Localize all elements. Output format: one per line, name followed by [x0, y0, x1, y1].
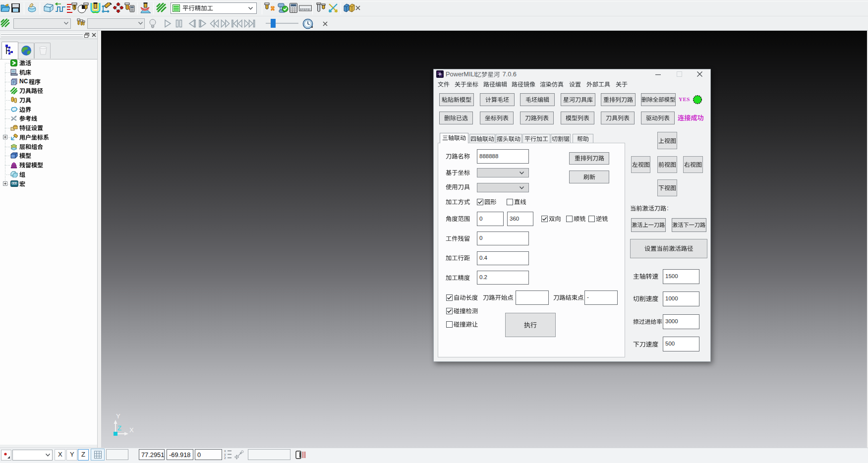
svg-text:Y: Y: [116, 412, 120, 420]
svg-text:X: X: [129, 426, 134, 434]
svg-text:z: z: [224, 457, 226, 460]
svg-text:x: x: [224, 450, 226, 453]
svg-text:Z: Z: [117, 424, 121, 432]
svg-text:y: y: [224, 453, 226, 457]
